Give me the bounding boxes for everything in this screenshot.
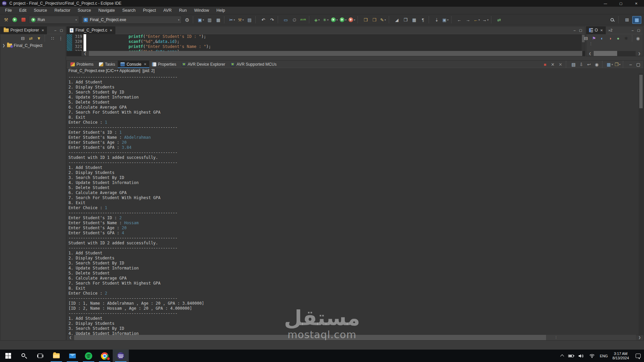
minimize-button[interactable]: – [627,61,634,68]
tab-properties[interactable]: Properties [149,61,179,68]
remove-all-launches-button[interactable]: ✕ [557,61,564,68]
menu-source[interactable]: Source [30,7,51,14]
run-button[interactable]: ▾ [330,16,338,24]
mark-occurrences-button[interactable]: ✎▾ [379,16,387,24]
minimize-view-button[interactable]: – [630,28,636,32]
table-view-button[interactable]: ▦ [410,16,418,24]
pin-console-button[interactable]: ◉ [593,61,600,68]
tab-problems[interactable]: Problems [68,61,96,68]
clock[interactable]: 3:17 AM 8/13/2024 [612,352,629,360]
display-console-button[interactable]: ▦▾ [606,61,613,68]
next-edit-location-button[interactable]: →▾ [481,16,489,24]
taskbar-eclipse-button[interactable] [113,350,129,362]
menu-navigate[interactable]: Navigate [95,7,118,14]
clear-console-button[interactable]: ▤ [570,61,577,68]
next-wrench-button[interactable]: ↷ [268,16,276,24]
scrollbar-thumb[interactable] [89,51,582,56]
terminal-view-button[interactable]: ▭ [282,16,290,24]
forward-button[interactable]: → [464,16,472,24]
open-type-button[interactable]: ❒ [362,16,370,24]
console-output[interactable]: ----------------------------------------… [67,73,639,335]
tab-avr-supported-mcus[interactable]: AVR Supported MCUs [228,61,279,68]
tab-avr-device-explorer[interactable]: AVR Device Explorer [179,61,228,68]
editor-horizontal-scrollbar[interactable]: ❮ [67,51,585,56]
menu-help[interactable]: Help [213,7,229,14]
menu-project[interactable]: Project [139,7,160,14]
build-file-button[interactable]: ▤ [246,16,254,24]
close-icon[interactable]: ✕ [600,28,603,32]
hide-non-public-button[interactable]: ● [615,35,622,42]
maximize-button[interactable]: ▢ [635,61,642,68]
save-all-button[interactable]: ▩ [214,16,222,24]
show-whitespace-button[interactable]: ¶ [419,16,427,24]
tab-outline[interactable]: O ✕ [586,26,606,34]
scroll-right-icon[interactable]: ❯ [636,51,643,56]
scrollbar-thumb[interactable] [639,75,643,108]
copy-view-button[interactable]: ❐ [401,16,410,24]
word-wrap-button[interactable]: ↩ [586,61,592,68]
more-tabs-indicator[interactable]: »2 [608,28,612,32]
next-annotation-button[interactable]: ◢ [393,16,401,24]
launch-binary-dropdown[interactable]: C Final_C_Project.exe ▾ [81,16,182,24]
link-with-editor-button[interactable]: ⇄ [495,16,503,24]
view-menu-button[interactable]: ◉ [635,35,641,42]
hide-fields-button[interactable]: ◐ [599,35,605,42]
save-button[interactable]: ▥ [206,16,214,24]
new-wizard-button[interactable]: ▣▾ [197,16,205,24]
maximize-view-button[interactable]: ▢ [578,28,584,32]
menu-source[interactable]: Source [74,7,95,14]
resume-button[interactable] [11,16,19,24]
filter-button[interactable]: ✱ [623,35,630,42]
collapse-all-button[interactable]: ⊟ [19,35,26,42]
open-perspective-button[interactable]: ⊞ [623,16,632,24]
minimize-view-button[interactable]: – [52,28,58,32]
maximize-view-button[interactable]: ▢ [636,28,642,32]
close-window-button[interactable]: ✕ [629,0,644,7]
terminate-button[interactable] [19,16,28,24]
run-as-button[interactable]: ▾ [339,16,347,24]
build-hammer-button[interactable]: ⚒ [2,16,10,24]
close-icon[interactable]: ✕ [110,28,112,32]
last-edit-location-button[interactable]: ←▾ [473,16,481,24]
scroll-left-icon[interactable]: ❮ [82,51,89,56]
external-tools-gear-button[interactable]: ⚙ [183,16,191,24]
run-configurations-dropdown[interactable]: Run ▾ [29,16,79,24]
scroll-left-icon[interactable]: ❮ [586,51,594,56]
focus-button[interactable]: ∷ [49,35,56,42]
outline-horizontal-scrollbar[interactable]: ❮ ❯ [586,51,643,56]
code-editor[interactable]: 319320321322 printf("Enter Student's ID … [67,34,585,51]
wifi-icon[interactable] [589,354,595,358]
maximize-window-button[interactable]: ▢ [613,0,629,7]
debug-button[interactable]: ✳▾ [322,16,330,24]
back-button[interactable]: ← [455,16,463,24]
minimize-window-button[interactable]: — [598,0,613,7]
menu-run[interactable]: Run [175,7,191,14]
tab-project-explorer[interactable]: Project Explorer ✕ [0,26,47,34]
previous-wrench-button[interactable]: ↶ [259,16,267,24]
menu-refactor[interactable]: Refactor [51,7,74,14]
battery-icon[interactable] [568,355,574,357]
console-vertical-scrollbar[interactable] [639,73,643,335]
taskbar-mail-button[interactable] [64,350,80,362]
language-indicator[interactable]: ENG [600,354,608,358]
hide-static-button[interactable]: ◑ [607,35,613,42]
menu-avr[interactable]: AVR [160,7,175,14]
open-console-button[interactable]: ❐▾ [614,61,621,68]
sort-button[interactable]: ⚑ [591,35,597,42]
scrollbar-thumb[interactable] [594,51,617,56]
collapse-all-button[interactable]: ⊟ [583,35,589,42]
build-all-button[interactable]: ✂▾ [228,16,236,24]
taskbar-chrome-button[interactable] [97,350,113,362]
coverage-button[interactable]: ◈▾ [313,16,321,24]
link-with-editor-button[interactable]: ⇄ [28,35,34,42]
taskbar-file-explorer-button[interactable] [48,350,64,362]
open-resource-button[interactable]: ❒ [370,16,378,24]
taskbar-spotify-button[interactable] [80,350,97,362]
tab-tasks[interactable]: Tasks [96,61,118,68]
close-icon[interactable]: ✕ [144,62,146,66]
scroll-lock-button[interactable]: ⇩ [578,61,585,68]
taskbar-task-view-button[interactable] [32,350,48,362]
menu-edit[interactable]: Edit [15,7,30,14]
scrollbar-thumb[interactable] [74,335,546,340]
skip-breakpoints-button[interactable]: ∅ [290,16,299,24]
